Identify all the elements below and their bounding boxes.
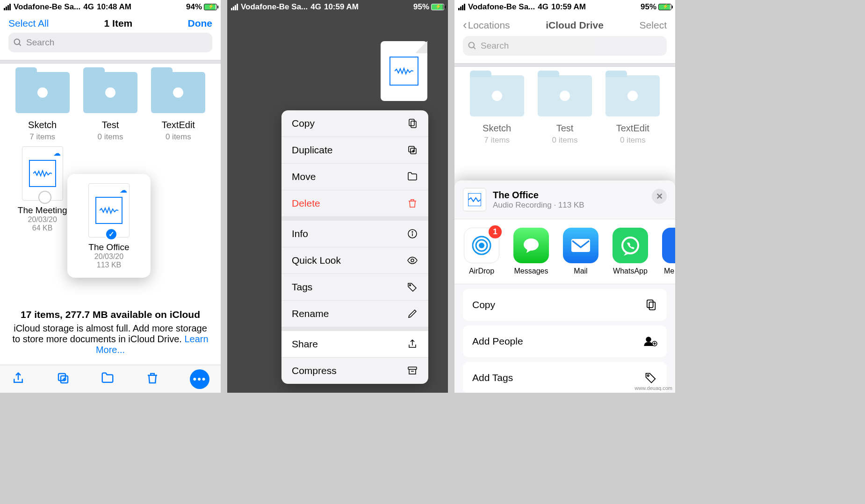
copy-icon bbox=[407, 118, 418, 129]
back-button[interactable]: ‹ Locations bbox=[463, 18, 510, 32]
share-icon bbox=[407, 338, 418, 350]
svg-point-26 bbox=[622, 238, 638, 253]
svg-point-16 bbox=[410, 285, 411, 286]
file-name: The Office bbox=[76, 242, 142, 252]
file-size: 113 KB bbox=[76, 261, 142, 269]
folder-test[interactable]: Test 0 items bbox=[531, 75, 598, 145]
audio-icon bbox=[29, 160, 56, 187]
close-button[interactable]: ✕ bbox=[652, 189, 667, 204]
menu-separator bbox=[281, 327, 428, 331]
airdrop-badge: 1 bbox=[489, 225, 502, 238]
action-label: Copy bbox=[472, 299, 495, 310]
battery-icon: ⚡ bbox=[204, 4, 217, 10]
share-app-airdrop[interactable]: 1 AirDrop bbox=[464, 228, 499, 275]
add-people-icon bbox=[643, 335, 657, 348]
share-icon[interactable] bbox=[11, 371, 25, 387]
context-menu: Copy Duplicate Move Delete Info Quick Lo… bbox=[281, 110, 428, 384]
watermark: www.deuaq.com bbox=[634, 385, 672, 391]
status-bar: Vodafone-Be Sa... 4G 10:59 AM 95% ⚡ bbox=[454, 0, 675, 14]
divider bbox=[0, 60, 221, 64]
folder-item-count: 7 items bbox=[29, 132, 55, 142]
folder-textedit[interactable]: TextEdit 0 items bbox=[144, 72, 212, 142]
signal-icon bbox=[231, 4, 238, 10]
menu-info[interactable]: Info bbox=[281, 221, 428, 247]
search-icon bbox=[13, 38, 22, 47]
action-copy[interactable]: Copy bbox=[463, 289, 667, 321]
menu-label: Tags bbox=[292, 281, 312, 293]
share-app-messages[interactable]: Messages bbox=[513, 228, 549, 275]
select-all-button[interactable]: Select All bbox=[8, 18, 49, 29]
select-button[interactable]: Select bbox=[640, 20, 667, 31]
app-label: Mail bbox=[574, 267, 587, 275]
svg-point-14 bbox=[412, 231, 413, 232]
audio-icon bbox=[468, 193, 481, 206]
file-date: 20/03/20 bbox=[76, 252, 142, 261]
menu-label: Quick Look bbox=[292, 255, 341, 266]
folder-name: TextEdit bbox=[616, 123, 649, 134]
tag-icon bbox=[407, 281, 418, 293]
svg-rect-7 bbox=[411, 121, 416, 128]
move-icon[interactable] bbox=[101, 371, 115, 387]
folder-icon bbox=[606, 75, 660, 116]
folder-test[interactable]: Test 0 items bbox=[76, 72, 144, 142]
menu-share[interactable]: Share bbox=[281, 331, 428, 358]
selected-file-card[interactable]: ☁︎ ✓ The Office 20/03/20 113 KB bbox=[67, 174, 151, 278]
folder-name: Sketch bbox=[483, 123, 511, 134]
share-header: The Office Audio Recording · 113 KB ✕ bbox=[454, 180, 675, 219]
menu-compress[interactable]: Compress bbox=[281, 358, 428, 384]
time-label: 10:48 AM bbox=[97, 2, 131, 12]
menu-duplicate[interactable]: Duplicate bbox=[281, 137, 428, 164]
battery-percent: 95% bbox=[413, 2, 429, 12]
menu-label: Rename bbox=[292, 308, 329, 319]
svg-point-33 bbox=[647, 375, 649, 377]
folder-name: Test bbox=[102, 120, 119, 130]
share-app-mail[interactable]: Mail bbox=[563, 228, 598, 275]
menu-move[interactable]: Move bbox=[281, 164, 428, 190]
folder-icon bbox=[151, 72, 205, 113]
file-thumb: ☁︎ bbox=[22, 146, 63, 201]
pencil-icon bbox=[407, 308, 418, 319]
menu-quicklook[interactable]: Quick Look bbox=[281, 247, 428, 274]
share-app-more[interactable]: Me bbox=[662, 228, 675, 275]
search-input[interactable]: Search bbox=[463, 36, 667, 56]
app-label: WhatsApp bbox=[613, 267, 648, 275]
menu-label: Delete bbox=[292, 198, 320, 209]
folder-icon bbox=[83, 72, 137, 113]
messages-icon bbox=[513, 228, 549, 263]
file-name: The Meeting bbox=[18, 205, 67, 216]
screen-selection: Vodafone-Be Sa... 4G 10:48 AM 94% ⚡ Sele… bbox=[0, 0, 221, 393]
folder-sketch[interactable]: Sketch 7 items bbox=[8, 72, 76, 142]
folder-item-count: 0 items bbox=[620, 136, 646, 145]
menu-copy[interactable]: Copy bbox=[281, 110, 428, 137]
signal-icon bbox=[458, 4, 465, 10]
footer-info: 17 items, 277.7 MB available on iCloud i… bbox=[0, 309, 221, 355]
nav-title: iCloud Drive bbox=[546, 20, 604, 31]
share-app-whatsapp[interactable]: WhatsApp bbox=[613, 228, 648, 275]
delete-icon[interactable] bbox=[145, 371, 159, 387]
folder-textedit[interactable]: TextEdit 0 items bbox=[599, 75, 667, 145]
done-button[interactable]: Done bbox=[188, 18, 213, 29]
action-add-people[interactable]: Add People bbox=[463, 325, 667, 357]
archive-icon bbox=[407, 365, 418, 376]
chevron-left-icon: ‹ bbox=[463, 18, 467, 32]
menu-delete[interactable]: Delete bbox=[281, 190, 428, 217]
status-bar: Vodafone-Be Sa... 4G 10:48 AM 94% ⚡ bbox=[0, 0, 221, 14]
menu-rename[interactable]: Rename bbox=[281, 301, 428, 327]
duplicate-icon[interactable] bbox=[56, 371, 70, 387]
file-thumb: ☁︎ ✓ bbox=[88, 183, 130, 238]
folder-icon bbox=[538, 75, 592, 116]
more-button[interactable]: ••• bbox=[190, 369, 209, 389]
folder-item-count: 7 items bbox=[484, 136, 510, 145]
search-input[interactable]: Search bbox=[8, 33, 212, 52]
share-apps-row[interactable]: 1 AirDrop Messages Mail WhatsA bbox=[454, 219, 675, 284]
context-file-preview[interactable] bbox=[381, 41, 427, 101]
menu-tags[interactable]: Tags bbox=[281, 274, 428, 301]
share-thumb bbox=[463, 188, 486, 211]
screen-share-sheet: Vodafone-Be Sa... 4G 10:59 AM 95% ⚡ ‹ Lo… bbox=[454, 0, 675, 393]
file-the-meeting[interactable]: ☁︎ The Meeting 20/03/20 64 KB bbox=[8, 146, 76, 232]
network-label: 4G bbox=[310, 2, 321, 12]
svg-point-21 bbox=[479, 243, 484, 248]
folder-sketch[interactable]: Sketch 7 items bbox=[463, 75, 531, 145]
app-label: AirDrop bbox=[469, 267, 494, 275]
info-icon bbox=[407, 228, 418, 239]
